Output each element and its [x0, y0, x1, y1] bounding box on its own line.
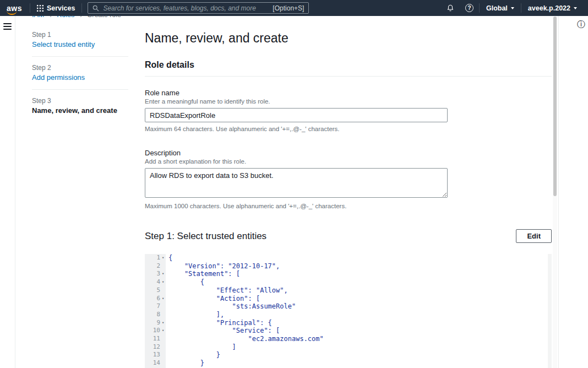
code-text: "Effect": "Allow", — [166, 286, 288, 295]
caret-down-icon — [511, 7, 514, 9]
code-line: 3▾ "Statement": [ — [145, 270, 552, 278]
step-link[interactable]: Add permissions — [32, 73, 128, 82]
line-gutter: 7 — [145, 302, 166, 311]
services-grid-icon — [37, 5, 43, 12]
line-number: 6 — [145, 295, 160, 303]
line-gutter: 11 — [145, 335, 166, 343]
code-line: 11 "ec2.amazonaws.com" — [145, 335, 552, 343]
aws-logo[interactable]: aws — [0, 0, 30, 16]
code-text: } — [166, 359, 204, 367]
info-icon: ⓘ — [577, 19, 585, 29]
caret-down-icon — [574, 7, 577, 9]
main-content: IAM Roles Create role Step 1Select trust… — [15, 0, 588, 368]
role-name-hint: Enter a meaningful name to identify this… — [145, 98, 552, 105]
trust-policy-editor[interactable]: 1▾{2 "Version": "2012-10-17",3▾ "Stateme… — [145, 254, 552, 368]
menu-icon[interactable] — [3, 23, 12, 30]
code-text: "Service": [ — [166, 327, 280, 335]
fold-arrow-icon[interactable]: ▾ — [160, 319, 166, 327]
page-scrollbar[interactable] — [553, 17, 557, 368]
code-text: "Action": [ — [166, 295, 260, 303]
description-constraint: Maximum 1000 characters. Use alphanumeri… — [145, 203, 552, 209]
line-gutter: 14 — [145, 359, 166, 367]
description-field: Description Add a short explanation for … — [145, 149, 552, 209]
trusted-entities-section-header: Step 1: Select trusted entities Edit — [145, 229, 552, 243]
role-name-label: Role name — [145, 89, 552, 97]
code-line: 5 "Effect": "Allow", — [145, 286, 552, 295]
fold-arrow-icon[interactable]: ▾ — [160, 270, 166, 278]
info-panel-button[interactable]: ⓘ — [577, 20, 585, 28]
line-number: 10 — [145, 327, 160, 335]
left-rail — [0, 16, 15, 368]
line-gutter: 12 — [145, 343, 166, 351]
line-gutter: 2 — [145, 262, 166, 270]
code-text: { — [166, 278, 204, 286]
aws-logo-text: aws — [7, 4, 22, 13]
code-line: 14 } — [145, 359, 552, 367]
code-line: 10▾ "Service": [ — [145, 327, 552, 335]
line-gutter: 8 — [145, 311, 166, 319]
edit-button[interactable]: Edit — [516, 229, 552, 243]
account-menu[interactable]: aveek.p.2022 — [521, 0, 584, 16]
fold-arrow-icon[interactable]: ▾ — [160, 327, 166, 335]
code-text: "ec2.amazonaws.com" — [166, 335, 324, 343]
code-line: 8 ], — [145, 311, 552, 319]
region-selector[interactable]: Global — [480, 0, 521, 16]
step-label-current: Name, review, and create — [32, 106, 128, 115]
fold-arrow-icon[interactable]: ▾ — [160, 254, 166, 262]
trusted-entities-heading: Step 1: Select trusted entities — [145, 231, 266, 242]
step-number: Step 1 — [32, 31, 128, 39]
line-gutter: 3▾ — [145, 270, 166, 278]
line-number: 14 — [145, 359, 160, 367]
notifications-button[interactable] — [441, 0, 460, 16]
fold-arrow-icon[interactable]: ▾ — [160, 295, 166, 303]
line-number: 1 — [145, 254, 160, 262]
line-number: 4 — [145, 278, 160, 286]
code-text: ], — [166, 311, 224, 319]
role-name-input[interactable] — [145, 108, 448, 122]
line-number: 3 — [145, 270, 160, 278]
fold-arrow-icon[interactable]: ▾ — [160, 278, 166, 286]
description-label: Description — [145, 149, 552, 157]
description-textarea[interactable]: Allow RDS to export data to S3 bucket. — [145, 168, 448, 198]
help-icon: ? — [465, 4, 473, 12]
code-line: 6▾ "Action": [ — [145, 295, 552, 303]
code-line: 4▾ { — [145, 278, 552, 286]
code-line: 9▾ "Principal": { — [145, 319, 552, 327]
line-gutter: 4▾ — [145, 278, 166, 286]
search-icon — [92, 5, 99, 12]
code-line: 2 "Version": "2012-10-17", — [145, 262, 552, 270]
search-placeholder: Search for services, features, blogs, do… — [103, 4, 269, 12]
steps-sidebar: Step 1Select trusted entityStep 2Add per… — [32, 31, 128, 368]
line-number: 13 — [145, 351, 160, 359]
nav-search-input[interactable]: Search for services, features, blogs, do… — [88, 2, 309, 14]
line-gutter: 9▾ — [145, 319, 166, 327]
line-number: 11 — [145, 335, 160, 343]
line-gutter: 6▾ — [145, 295, 166, 303]
step-number: Step 3 — [32, 97, 128, 105]
line-number: 9 — [145, 319, 160, 327]
line-gutter: 13 — [145, 351, 166, 359]
role-name-field: Role name Enter a meaningful name to ide… — [145, 89, 552, 132]
line-gutter: 5 — [145, 286, 166, 295]
help-button[interactable]: ? — [460, 0, 479, 16]
step-item: Step 3Name, review, and create — [32, 89, 128, 115]
line-number: 8 — [145, 311, 160, 319]
search-shortcut-hint: [Option+S] — [273, 4, 304, 12]
step-link[interactable]: Select trusted entity — [32, 40, 128, 48]
line-gutter: 10▾ — [145, 327, 166, 335]
code-text: ] — [166, 343, 236, 351]
form-column: Name, review, and create Role details Ro… — [145, 31, 552, 368]
step-item: Step 2Add permissions — [32, 56, 128, 82]
code-line: 12 ] — [145, 343, 552, 351]
services-menu[interactable]: Services — [30, 0, 81, 16]
code-text: { — [166, 254, 172, 262]
top-navigation: aws Services Search for services, featur… — [0, 0, 588, 16]
page-title: Name, review, and create — [145, 31, 552, 46]
code-line: 7 "sts:AssumeRole" — [145, 302, 552, 311]
role-name-constraint: Maximum 64 characters. Use alphanumeric … — [145, 126, 552, 132]
description-hint: Add a short explanation for this role. — [145, 158, 552, 165]
line-number: 12 — [145, 343, 160, 351]
code-text: "sts:AssumeRole" — [166, 302, 296, 311]
info-panel-rail — [558, 16, 588, 368]
scrollbar-thumb[interactable] — [553, 17, 557, 196]
